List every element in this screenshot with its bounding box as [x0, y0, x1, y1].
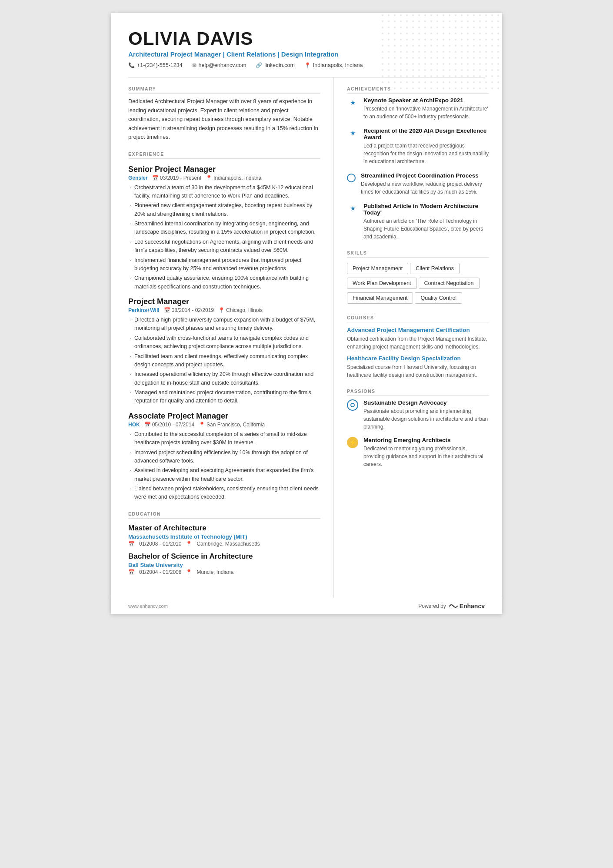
experience-section: EXPERIENCE Senior Project Manager Gensle… [128, 151, 320, 502]
job-0-bullets: Orchestrated a team of 30 in the develop… [128, 184, 320, 292]
location-icon: 📍 [304, 62, 311, 68]
course-1-title: Healthcare Facility Design Specializatio… [347, 355, 489, 362]
degree-1-title: Bachelor of Science in Architecture [128, 552, 320, 561]
achievement-2: Streamlined Project Coordination Process… [347, 172, 489, 196]
pin-icon: 📍 [218, 307, 225, 313]
bullet-item: Collaborated with cross-functional teams… [128, 334, 320, 351]
calendar-icon: 📅 [144, 422, 151, 428]
skills-grid: Project Management Client Relations Work… [347, 261, 489, 305]
bullet-item: Managed and maintained project documenta… [128, 389, 320, 406]
degree-0: Master of Architecture Massachusetts Ins… [128, 524, 320, 547]
linkedin-icon: 🔗 [256, 62, 262, 68]
degree-1: Bachelor of Science in Architecture Ball… [128, 552, 320, 575]
skill-2: Work Plan Development [347, 278, 417, 289]
skills-label: SKILLS [347, 250, 489, 258]
right-column: ACHIEVEMENTS ★ Keynote Speaker at ArchiE… [334, 77, 502, 598]
passion-0-desc: Passionate about promoting and implement… [363, 407, 489, 431]
phone-icon: 📞 [128, 62, 135, 68]
job-1-date: 📅 08/2014 - 02/2019 [164, 307, 214, 313]
bullet-item: Directed a high-profile university campu… [128, 316, 320, 333]
achievement-1-content: Recipient of the 2020 AIA Design Excelle… [363, 127, 489, 165]
passion-0: Sustainable Design Advocacy Passionate a… [347, 399, 489, 431]
achievement-3: ★ Published Article in 'Modern Architect… [347, 203, 489, 241]
calendar-icon: 📅 [128, 541, 135, 547]
star-icon-0: ★ [347, 97, 358, 108]
circle-icon-2 [347, 174, 356, 182]
degree-1-meta: 📅 01/2004 - 01/2008 📍 Muncie, Indiana [128, 569, 320, 575]
achievement-0-desc: Presented on 'Innovative Management in A… [363, 105, 489, 121]
achievement-2-desc: Developed a new workflow, reducing proje… [361, 180, 489, 196]
contact-phone: 📞 +1-(234)-555-1234 [128, 62, 183, 68]
achievement-1: ★ Recipient of the 2020 AIA Design Excel… [347, 127, 489, 165]
education-section: EDUCATION Master of Architecture Massach… [128, 511, 320, 575]
degree-0-school: Massachusetts Institute of Technology (M… [128, 533, 320, 540]
bullet-item: Increased operational efficiency by 20% … [128, 370, 320, 387]
achievement-3-title: Published Article in 'Modern Architectur… [363, 203, 489, 216]
bullet-item: Pioneered new client engagement strategi… [128, 201, 320, 218]
contact-email: ✉ help@enhancv.com [192, 62, 247, 68]
contact-bar: 📞 +1-(234)-555-1234 ✉ help@enhancv.com 🔗… [128, 62, 485, 68]
achievements-section: ACHIEVEMENTS ★ Keynote Speaker at ArchiE… [347, 86, 489, 241]
skill-3: Contract Negotiation [419, 278, 480, 289]
header: OLIVIA DAVIS Architectural Project Manag… [111, 13, 502, 77]
star-icon-1: ★ [347, 127, 358, 139]
skill-4: Financial Management [347, 292, 413, 304]
summary-text: Dedicated Architectural Project Manager … [128, 97, 320, 141]
bullet-item: Assisted in developing and executing Agr… [128, 466, 320, 483]
bullet-item: Streamlined internal coordination by int… [128, 220, 320, 237]
passion-1-icon: ⚡ [347, 437, 358, 448]
passion-0-content: Sustainable Design Advocacy Passionate a… [363, 399, 489, 431]
education-label: EDUCATION [128, 511, 320, 519]
pin-icon: 📍 [186, 541, 192, 547]
passions-section: PASSIONS Sustainable Design Advocacy Pas… [347, 389, 489, 468]
contact-linkedin: 🔗 linkedin.com [256, 62, 294, 68]
job-2-company: HOK [128, 422, 140, 428]
job-1-company: Perkins+Will [128, 307, 160, 313]
bullet-item: Facilitated team and client meetings, ef… [128, 352, 320, 369]
job-0: Senior Project Manager Gensler 📅 03/2019… [128, 165, 320, 292]
job-0-title: Senior Project Manager [128, 165, 320, 174]
job-2-title: Associate Project Manager [128, 412, 320, 421]
candidate-subtitle: Architectural Project Manager | Client R… [128, 50, 485, 58]
footer-brand: Powered by Enhancv [418, 603, 485, 610]
job-0-company: Gensler [128, 175, 148, 181]
job-2-meta: HOK 📅 05/2010 - 07/2014 📍 San Francisco,… [128, 422, 320, 428]
calendar-icon: 📅 [152, 175, 159, 181]
passion-1: ⚡ Mentoring Emerging Architects Dedicate… [347, 437, 489, 468]
job-1-bullets: Directed a high-profile university campu… [128, 316, 320, 406]
job-1-title: Project Manager [128, 297, 320, 306]
achievement-2-title: Streamlined Project Coordination Process [361, 172, 489, 179]
courses-section: COURSES Advanced Project Management Cert… [347, 315, 489, 379]
courses-label: COURSES [347, 315, 489, 322]
passion-1-desc: Dedicated to mentoring young professiona… [363, 445, 489, 468]
summary-label: SUMMARY [128, 86, 320, 94]
brand-name: Enhancv [460, 603, 485, 610]
passion-1-content: Mentoring Emerging Architects Dedicated … [363, 437, 489, 468]
enhancv-logo: Enhancv [449, 603, 485, 610]
bullet-item: Led successful negotiations on Agreement… [128, 238, 320, 255]
passion-0-icon [347, 399, 358, 411]
degree-0-title: Master of Architecture [128, 524, 320, 533]
contact-location: 📍 Indianapolis, Indiana [304, 62, 363, 68]
job-2-date: 📅 05/2010 - 07/2014 [144, 422, 194, 428]
candidate-name: OLIVIA DAVIS [128, 29, 485, 49]
achievement-0: ★ Keynote Speaker at ArchiExpo 2021 Pres… [347, 97, 489, 121]
job-1-location: 📍 Chicago, Illinois [218, 307, 263, 313]
bullet-item: Championed quality assurance, ensuring 1… [128, 274, 320, 291]
course-0: Advanced Project Management Certificatio… [347, 327, 489, 351]
bullet-item: Contributed to the successful completion… [128, 430, 320, 447]
svg-point-2 [351, 403, 354, 407]
left-column: SUMMARY Dedicated Architectural Project … [111, 77, 334, 598]
enhancv-logo-icon [449, 603, 458, 610]
achievement-1-desc: Led a project team that received prestig… [363, 142, 489, 165]
bullet-item: Orchestrated a team of 30 in the develop… [128, 184, 320, 201]
experience-label: EXPERIENCE [128, 151, 320, 159]
pin-icon: 📍 [206, 175, 212, 181]
job-0-meta: Gensler 📅 03/2019 - Present 📍 Indianapol… [128, 175, 320, 181]
skill-0: Project Management [347, 263, 408, 274]
footer-website: www.enhancv.com [128, 603, 168, 609]
job-2-location: 📍 San Francisco, California [199, 422, 265, 428]
bullet-item: Liaised between project stakeholders, co… [128, 485, 320, 502]
course-1: Healthcare Facility Design Specializatio… [347, 355, 489, 379]
summary-section: SUMMARY Dedicated Architectural Project … [128, 86, 320, 141]
